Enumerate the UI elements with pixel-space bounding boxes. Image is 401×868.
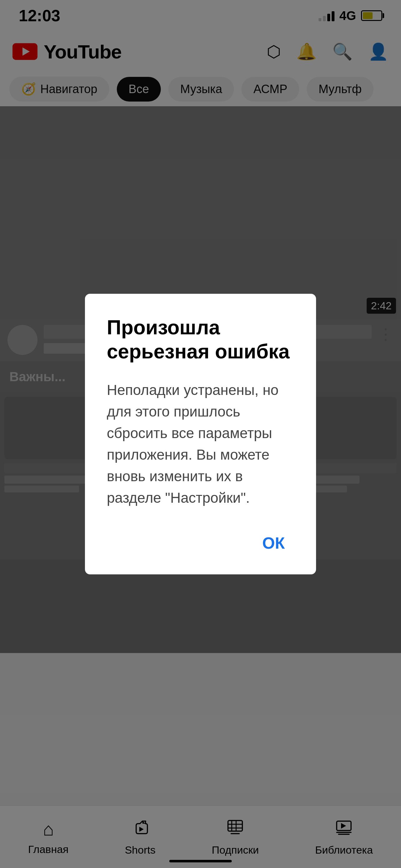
dialog-ok-button[interactable]: ОК xyxy=(253,527,294,559)
dialog-actions: ОК xyxy=(107,527,294,559)
error-dialog: Произошла серьезная ошибка Неполадки уст… xyxy=(85,294,316,574)
dialog-title: Произошла серьезная ошибка xyxy=(107,316,294,364)
home-indicator xyxy=(169,860,232,862)
dialog-body: Неполадки устранены, но для этого пришло… xyxy=(107,379,294,509)
